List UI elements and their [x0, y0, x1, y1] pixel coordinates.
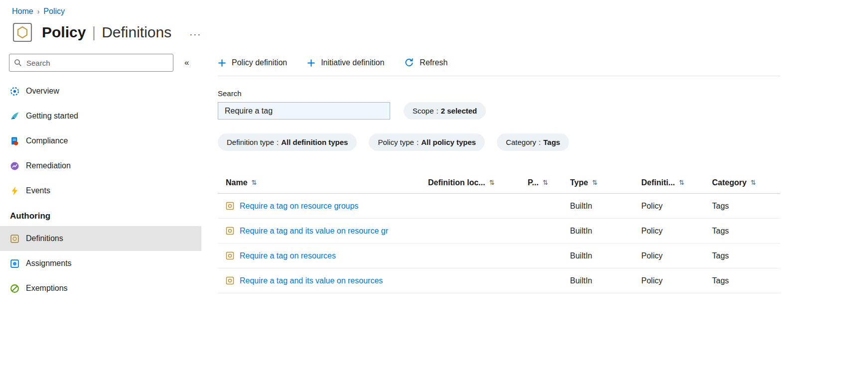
exemptions-icon [10, 284, 19, 293]
column-label: Definition loc... [428, 178, 485, 187]
policy-definition-icon [226, 251, 234, 260]
sidebar-item-assignments[interactable]: Assignments [0, 251, 201, 276]
initiative-definition-label: Initiative definition [321, 58, 384, 67]
command-bar: Policy definition Initiative definition … [218, 54, 780, 72]
policy-definition-icon [226, 202, 234, 210]
breadcrumb-home-link[interactable]: Home [12, 7, 33, 16]
page-layout: « Overview Getting started [0, 54, 868, 345]
sidebar-item-remediation[interactable]: Remediation [0, 153, 201, 178]
table-row[interactable]: Require a tag and its value on resources… [218, 268, 780, 293]
sidebar-item-getting-started[interactable]: Getting started [0, 104, 201, 128]
more-options-button[interactable]: ··· [189, 26, 201, 39]
policy-definition-label: Policy definition [232, 58, 287, 67]
sort-icon: ⇅ [592, 179, 597, 186]
refresh-icon [404, 58, 414, 68]
column-header-type[interactable]: Type ⇅ [570, 178, 641, 187]
pill-value: All definition types [281, 138, 348, 146]
column-header-definition-type[interactable]: Definiti... ⇅ [641, 178, 712, 187]
page-title-subtitle: Definitions [102, 24, 171, 41]
sidebar-search-input[interactable] [25, 58, 168, 68]
breadcrumb-separator: › [37, 7, 40, 15]
sort-icon: ⇅ [543, 179, 548, 186]
table-row[interactable]: Require a tag on resource groups BuiltIn… [218, 194, 780, 219]
sidebar-item-label: Overview [26, 87, 59, 96]
column-label: Definiti... [641, 178, 675, 187]
compliance-icon [10, 136, 19, 146]
getting-started-icon [10, 112, 19, 121]
name-cell: Require a tag on resource groups [218, 202, 428, 211]
sidebar-collapse-button[interactable]: « [181, 57, 192, 68]
sidebar-item-label: Compliance [26, 136, 68, 145]
policy-definition-icon [226, 276, 234, 285]
title-bar: Policy | Definitions ··· [0, 16, 868, 43]
column-header-category[interactable]: Category ⇅ [712, 178, 780, 187]
definition-type-cell: Policy [641, 227, 712, 236]
main-content: Policy definition Initiative definition … [201, 54, 868, 345]
type-cell: BuiltIn [570, 227, 641, 236]
assignments-icon [10, 259, 19, 268]
page-title: Policy | Definitions [42, 24, 171, 41]
sidebar-item-compliance[interactable]: Compliance [0, 128, 201, 153]
definition-link[interactable]: Require a tag on resource groups [240, 202, 358, 211]
policy-definition-button[interactable]: Policy definition [218, 58, 287, 67]
definition-type-cell: Policy [641, 202, 712, 211]
filter-pill-category[interactable]: Category : Tags [497, 133, 569, 151]
column-label: Type [570, 178, 588, 187]
pill-value: All policy types [421, 138, 476, 146]
sidebar-search-box[interactable] [9, 54, 173, 72]
search-label: Search [218, 89, 780, 98]
filter-row-2: Definition type : All definition types P… [218, 133, 780, 151]
definition-type-cell: Policy [641, 251, 712, 260]
column-label: Category [712, 178, 746, 187]
sort-icon: ⇅ [252, 179, 257, 186]
column-header-name[interactable]: Name ⇅ [218, 178, 428, 187]
definition-link[interactable]: Require a tag and its value on resources [240, 276, 383, 285]
initiative-definition-button[interactable]: Initiative definition [307, 58, 384, 67]
sidebar-item-exemptions[interactable]: Exemptions [0, 276, 201, 301]
column-label: Name [226, 178, 248, 187]
toolbar-divider [218, 76, 780, 76]
sidebar-item-label: Definitions [26, 234, 63, 243]
column-header-definition-location[interactable]: Definition loc... ⇅ [428, 178, 528, 187]
definition-type-cell: Policy [641, 276, 712, 285]
definitions-icon [10, 234, 19, 244]
pill-separator: : [277, 138, 279, 146]
sidebar-item-events[interactable]: Events [0, 178, 201, 203]
sidebar-item-definitions[interactable]: Definitions [0, 226, 201, 251]
table-row[interactable]: Require a tag on resources BuiltIn Polic… [218, 244, 780, 268]
filter-pill-scope[interactable]: Scope : 2 selected [404, 102, 486, 120]
sort-icon: ⇅ [679, 179, 685, 186]
filter-pill-policy-type[interactable]: Policy type : All policy types [369, 133, 485, 151]
definition-search-input[interactable] [224, 106, 384, 116]
definition-link[interactable]: Require a tag and its value on resource … [240, 227, 388, 236]
plus-icon [307, 59, 315, 67]
definition-link[interactable]: Require a tag on resources [240, 251, 336, 260]
plus-icon [218, 59, 226, 67]
pill-name: Policy type [378, 138, 414, 146]
name-cell: Require a tag and its value on resources [218, 276, 428, 285]
sidebar-search-row: « [0, 54, 201, 72]
page-title-main: Policy [42, 24, 86, 41]
pill-value: Tags [543, 138, 560, 146]
sidebar-item-overview[interactable]: Overview [0, 79, 201, 104]
type-cell: BuiltIn [570, 202, 641, 211]
type-cell: BuiltIn [570, 276, 641, 285]
definition-search-box[interactable] [218, 102, 390, 120]
table-header-row: Name ⇅ Definition loc... ⇅ P... ⇅ Type ⇅… [218, 172, 780, 194]
filter-pill-definition-type[interactable]: Definition type : All definition types [218, 133, 357, 151]
table-row[interactable]: Require a tag and its value on resource … [218, 219, 780, 244]
pill-separator: : [539, 138, 541, 146]
pill-name: Category [506, 138, 536, 146]
pill-value: 2 selected [441, 107, 477, 115]
policy-definition-icon [226, 227, 234, 235]
remediation-icon [10, 161, 19, 171]
refresh-button[interactable]: Refresh [404, 58, 447, 68]
column-header-p[interactable]: P... ⇅ [528, 178, 570, 187]
sidebar-item-label: Getting started [26, 112, 78, 121]
breadcrumb-policy-link[interactable]: Policy [43, 7, 65, 16]
search-icon [14, 59, 22, 67]
pill-name: Definition type [227, 138, 274, 146]
sidebar: « Overview Getting started [0, 54, 201, 345]
type-cell: BuiltIn [570, 251, 641, 260]
sidebar-item-label: Events [26, 186, 50, 195]
